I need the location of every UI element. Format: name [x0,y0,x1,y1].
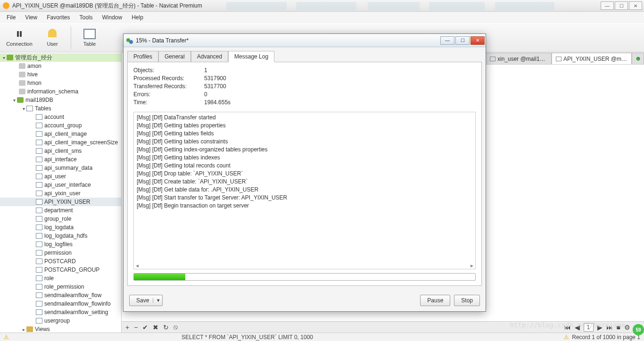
table-icon [36,123,42,128]
menubar: File View Favorites Tools Window Help [0,12,644,23]
log-line: [Msg] [Dtf] Getting tables properties [137,122,472,130]
menu-help[interactable]: Help [128,13,147,22]
table-icon [556,57,561,61]
table-node[interactable]: role [0,274,121,283]
expand-icon[interactable]: ▸ [21,327,26,332]
table-node[interactable]: account_group [0,121,121,130]
log-line: [Msg] [Dtf] Create table: `API_YIXIN_USE… [137,178,472,186]
table-node[interactable]: api_summary_data [0,164,121,172]
views-group[interactable]: ▸ Views [0,325,121,333]
log-line: [Msg] [Dtf] Getting tables indexes [137,154,472,162]
connection-label: 管理后台_经分 [15,54,52,62]
pause-button[interactable]: Pause [420,295,450,306]
log-line: [Msg] [Dtf] Getting tables fields [137,130,472,138]
toolbar-connection[interactable]: Connection [3,25,36,51]
add-record[interactable]: + [125,324,129,331]
menu-file[interactable]: File [3,13,19,22]
table-node[interactable]: sendmailearnflow_flowinfo [0,299,121,308]
open-tab-active[interactable]: API_YIXIN_USER @mail... [552,53,632,64]
table-node[interactable]: log_logdata [0,223,121,232]
table-label: api_yixin_user [44,190,81,197]
db-node[interactable]: information_schema [0,87,121,96]
table-icon [36,165,42,171]
toolbar-table[interactable]: Table [73,25,106,51]
connection-node[interactable]: ▾ 管理后台_经分 [0,53,121,62]
table-label: api_user [44,173,66,180]
cancel-changes[interactable]: ✖ [153,324,158,331]
window-close[interactable]: ✕ [629,1,642,10]
expand-icon[interactable]: ▾ [21,106,26,111]
views-icon [26,326,33,332]
table-node[interactable]: api_yixin_user [0,189,121,198]
table-node[interactable]: api_client_image_screenSize [0,138,121,147]
table-label: role [44,275,54,282]
new-tab-button[interactable]: ⊕ [632,53,644,64]
db-node[interactable]: hive [0,70,121,79]
table-label: group_role [44,216,71,222]
save-button[interactable]: Save▼ [129,295,163,306]
stat-value: 1984.655s [204,99,231,107]
expand-icon[interactable]: ▾ [11,98,17,103]
menu-favorites[interactable]: Favorites [43,13,74,22]
table-node[interactable]: log_logdata_hdfs [0,232,121,240]
table-node[interactable]: api_user [0,172,121,181]
table-icon [36,309,42,315]
menu-tools[interactable]: Tools [76,13,97,22]
table-icon [36,250,42,256]
log-list[interactable]: [Msg] [Dtf] DataTransfer started[Msg] [D… [133,112,476,269]
dialog-close[interactable]: ✕ [471,36,485,45]
table-node[interactable]: department [0,206,121,215]
expand-icon[interactable]: ▾ [1,55,7,60]
stop-icon[interactable]: ⦸ [173,323,178,331]
table-node[interactable]: api_client_image [0,130,121,138]
transfer-stats: Objects:1 Processed Records:5317900 Tran… [133,67,476,107]
sidebar-tree[interactable]: ▾ 管理后台_经分 amonhivehmoninformation_schema… [0,52,122,333]
table-node[interactable]: api_user_interface [0,181,121,189]
tab-general[interactable]: General [158,51,191,62]
dialog-minimize[interactable]: — [440,36,454,45]
table-icon [36,225,42,230]
dialog-maximize[interactable]: ☐ [455,36,470,45]
table-node[interactable]: group_role [0,215,121,223]
table-label: account [44,114,64,120]
table-node[interactable]: api_interface [0,155,121,164]
table-node[interactable]: sendmailearnflow_flow [0,291,121,299]
dialog-titlebar[interactable]: 15% - Data Transfer* — ☐ ✕ [124,34,486,47]
table-label: usergroup [44,317,70,324]
table-node[interactable]: API_YIXIN_USER [0,198,121,206]
table-node[interactable]: permission [0,249,121,257]
tab-profiles[interactable]: Profiles [127,51,158,62]
dropdown-arrow-icon[interactable]: ▼ [153,298,160,303]
table-node[interactable]: POSTCARD [0,257,121,266]
table-label: log_logdata_hdfs [44,233,87,239]
db-node[interactable]: hmon [0,79,121,87]
scrollbar-horizontal[interactable]: ◂▸ [134,262,475,269]
window-minimize[interactable]: — [601,1,614,10]
toolbar-user[interactable]: User [36,25,69,51]
table-node[interactable]: role_permission [0,283,121,291]
table-node[interactable]: sendmailearnflow_setting [0,308,121,316]
stat-value: 5317700 [204,83,226,91]
table-label: sendmailearnflow_flowinfo [44,300,111,307]
table-node[interactable]: usergroup [0,316,121,325]
apply-changes[interactable]: ✔ [142,324,148,331]
db-label: information_schema [27,88,78,95]
tab-message-log[interactable]: Message Log [228,51,274,62]
table-icon [36,131,42,137]
db-node[interactable]: amon [0,62,121,70]
db-node-active[interactable]: ▾ mail189DB [0,96,121,104]
stop-button[interactable]: Stop [454,295,480,306]
tab-advanced[interactable]: Advanced [191,51,228,62]
window-maximize[interactable]: ☐ [615,1,628,10]
tables-group[interactable]: ▾ Tables [0,104,121,113]
table-node[interactable]: POSTCARD_GROUP [0,266,121,274]
open-tab[interactable]: xin_user @mail18... [486,53,552,64]
table-node[interactable]: log_logfiles [0,240,121,249]
table-node[interactable]: api_client_sms [0,147,121,155]
refresh-icon[interactable]: ↻ [163,324,169,331]
notification-badge[interactable]: 59 [633,324,644,335]
delete-record[interactable]: − [134,324,138,331]
menu-view[interactable]: View [21,13,41,22]
menu-window[interactable]: Window [99,13,126,22]
table-node[interactable]: account [0,113,121,121]
